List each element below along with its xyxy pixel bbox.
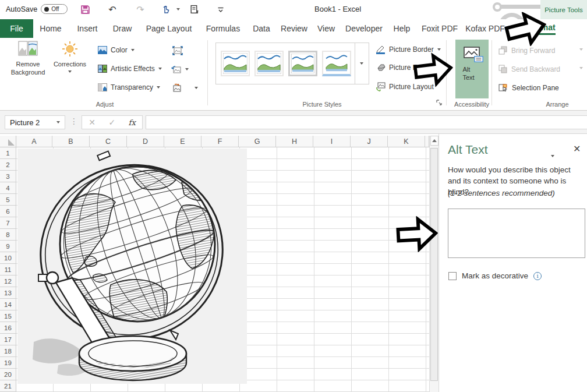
remove-background-icon — [18, 40, 38, 58]
name-box-splitter[interactable]: ⋮ — [70, 116, 78, 126]
pane-recommendation: (1-2 sentences recommended) — [448, 189, 555, 197]
tab-review[interactable]: Review — [278, 19, 310, 38]
artistic-effects-menu[interactable]: Artistic Effects — [98, 65, 162, 73]
worksheet: A B C D E F G H I J K 1 2 3 4 5 6 7 8 9 … — [0, 134, 439, 392]
tab-formulas[interactable]: Formulas — [203, 19, 243, 38]
enter-icon[interactable]: ✓ — [108, 118, 115, 127]
scroll-up-icon[interactable] — [430, 136, 439, 146]
undo-icon[interactable]: ↶ — [105, 2, 120, 16]
tab-data[interactable]: Data — [249, 19, 274, 38]
column-header[interactable]: C — [90, 136, 127, 147]
column-header[interactable]: B — [52, 136, 90, 147]
tab-file[interactable]: File — [0, 19, 33, 38]
row-header[interactable]: 1 — [0, 147, 16, 159]
tab-insert[interactable]: Insert — [72, 19, 103, 38]
row-header[interactable]: 11 — [0, 264, 16, 276]
change-picture-menu[interactable] — [171, 65, 189, 74]
tab-developer[interactable]: Developer — [344, 19, 384, 38]
alt-text-icon — [464, 47, 481, 61]
column-header[interactable]: E — [164, 136, 201, 147]
corrections-button[interactable]: Corrections — [54, 40, 86, 73]
ribbon: Remove Background Corrections Color Arti… — [0, 38, 587, 111]
column-header[interactable]: D — [127, 136, 164, 147]
row-header[interactable]: 3 — [0, 171, 16, 182]
selection-pane-menu[interactable]: Selection Pane — [498, 83, 559, 92]
redo-icon[interactable]: ↷ — [133, 2, 148, 16]
row-header[interactable]: 12 — [0, 276, 16, 287]
alt-text-button[interactable]: Alt Text — [455, 40, 489, 98]
picture-tools-contextual-header: Picture Tools — [540, 0, 587, 19]
mark-decorative-label: Mark as decorative — [462, 271, 528, 280]
picture-styles-group-label: Picture Styles — [293, 101, 351, 108]
vertical-scrollbar[interactable] — [429, 136, 439, 392]
remove-background-button[interactable]: Remove Background — [5, 40, 51, 76]
column-header[interactable]: I — [313, 136, 351, 147]
picture-style-3[interactable] — [288, 51, 317, 76]
picture-style-2[interactable] — [254, 51, 284, 76]
row-header[interactable]: 15 — [0, 310, 16, 322]
row-header[interactable]: 20 — [0, 369, 16, 380]
row-header[interactable]: 8 — [0, 229, 16, 241]
mark-decorative-checkbox[interactable] — [448, 272, 457, 280]
picture-style-4[interactable] — [322, 51, 351, 76]
row-header[interactable]: 13 — [0, 287, 16, 299]
column-header[interactable]: H — [276, 136, 313, 147]
row-header[interactable]: 6 — [0, 206, 16, 217]
pane-close-icon[interactable]: ✕ — [573, 143, 581, 154]
row-header[interactable]: 17 — [0, 334, 16, 345]
send-backward-icon — [498, 65, 508, 73]
column-header[interactable]: F — [201, 136, 239, 147]
save-icon[interactable] — [77, 2, 93, 16]
insert-function-icon[interactable]: fx — [129, 118, 136, 127]
tab-draw[interactable]: Draw — [108, 19, 136, 38]
name-box[interactable]: Picture 2 — [5, 115, 65, 129]
group-divider — [207, 40, 208, 105]
cancel-icon[interactable]: ✕ — [89, 118, 96, 127]
row-header[interactable]: 2 — [0, 159, 16, 171]
row-header[interactable]: 4 — [0, 182, 16, 194]
print-preview-icon[interactable] — [186, 2, 201, 16]
formula-input[interactable] — [146, 115, 587, 129]
tab-page-layout[interactable]: Page Layout — [144, 19, 194, 38]
row-header[interactable]: 9 — [0, 241, 16, 252]
row-header[interactable]: 7 — [0, 217, 16, 229]
tab-kofax-pdf[interactable]: Kofax PDF — [464, 19, 506, 38]
select-all-corner[interactable] — [0, 136, 16, 147]
pane-title: Alt Text — [448, 143, 487, 157]
gallery-more-button[interactable] — [355, 43, 368, 84]
row-header[interactable]: 10 — [0, 252, 16, 264]
picture-border-icon — [376, 45, 386, 54]
selection-pane-icon — [498, 83, 508, 92]
customize-qat-icon[interactable] — [213, 2, 228, 16]
compress-picture-icon[interactable] — [172, 46, 183, 55]
tab-view[interactable]: View — [313, 19, 339, 38]
row-header[interactable]: 19 — [0, 357, 16, 369]
row-header[interactable]: 14 — [0, 299, 16, 310]
picture-style-1[interactable] — [221, 51, 250, 76]
tab-foxit-pdf[interactable]: Foxit PDF — [419, 19, 460, 38]
picture-styles-dialog-launcher[interactable] — [436, 99, 443, 106]
column-header[interactable]: K — [388, 136, 425, 147]
row-header[interactable]: 21 — [0, 380, 16, 392]
touch-mode-dropdown[interactable] — [171, 2, 186, 16]
tab-help[interactable]: Help — [389, 19, 415, 38]
row-header[interactable]: 16 — [0, 322, 16, 334]
picture-styles-gallery[interactable] — [215, 43, 369, 84]
tab-home[interactable]: Home — [36, 19, 65, 38]
globe-picture[interactable] — [17, 149, 247, 384]
bring-forward-dropdown — [579, 48, 583, 51]
ribbon-tab-row: File Home Insert Draw Page Layout Formul… — [0, 19, 587, 38]
column-header[interactable]: A — [16, 136, 52, 147]
color-menu[interactable]: Color — [98, 46, 135, 54]
scrollbar-thumb[interactable] — [430, 148, 438, 381]
column-header[interactable]: J — [351, 136, 388, 147]
alt-text-description-input[interactable] — [448, 209, 585, 258]
column-header[interactable]: G — [239, 136, 276, 147]
info-icon[interactable]: i — [533, 272, 542, 280]
pane-options-chevron-icon[interactable] — [551, 149, 554, 160]
reset-picture-menu[interactable] — [171, 83, 198, 93]
autosave-toggle[interactable]: AutoSave Off — [6, 4, 68, 14]
row-header[interactable]: 18 — [0, 345, 16, 357]
row-header[interactable]: 5 — [0, 194, 16, 206]
transparency-menu[interactable]: Transparency — [98, 83, 160, 91]
